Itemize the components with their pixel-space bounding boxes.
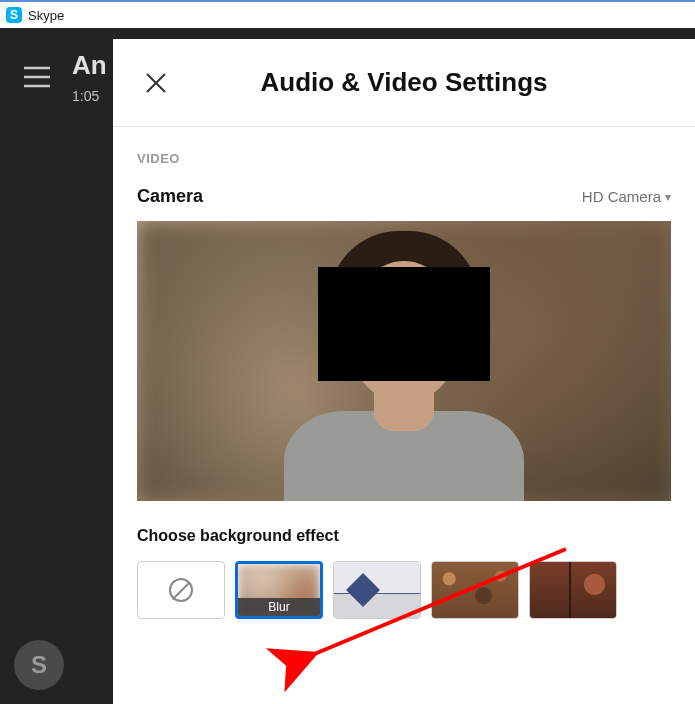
window-title: Skype	[28, 8, 64, 23]
effect-none[interactable]	[137, 561, 225, 619]
panel-title: Audio & Video Settings	[261, 67, 548, 98]
skype-avatar-icon: S	[14, 640, 64, 690]
redaction-box	[318, 267, 490, 381]
section-label-video: VIDEO	[137, 151, 671, 166]
panel-content: VIDEO Camera HD Camera ▾ Choose bac	[113, 127, 695, 619]
call-duration: 1:05	[72, 88, 99, 104]
app-body: An 1:05 S Audio & Video Settings VIDEO C…	[0, 28, 695, 704]
chevron-down-icon: ▾	[665, 190, 671, 204]
panel-header: Audio & Video Settings	[113, 39, 695, 127]
camera-selected-value: HD Camera	[582, 188, 661, 205]
camera-preview	[137, 221, 671, 501]
camera-label: Camera	[137, 186, 203, 207]
camera-row: Camera HD Camera ▾	[137, 186, 671, 207]
skype-logo-icon: S	[6, 7, 22, 23]
effect-room-2[interactable]	[431, 561, 519, 619]
settings-panel: Audio & Video Settings VIDEO Camera HD C…	[113, 39, 695, 704]
contact-name: An	[72, 50, 107, 81]
effect-room-1[interactable]	[333, 561, 421, 619]
effect-room-3[interactable]	[529, 561, 617, 619]
none-icon	[169, 578, 193, 602]
window-titlebar: S Skype	[0, 0, 695, 28]
hamburger-icon[interactable]	[24, 64, 50, 95]
effect-blur[interactable]: Blur	[235, 561, 323, 619]
effect-blur-caption: Blur	[238, 598, 320, 616]
camera-selector[interactable]: HD Camera ▾	[582, 188, 671, 205]
close-button[interactable]	[143, 70, 169, 96]
effects-row: Blur	[137, 561, 671, 619]
effect-section-label: Choose background effect	[137, 527, 671, 545]
